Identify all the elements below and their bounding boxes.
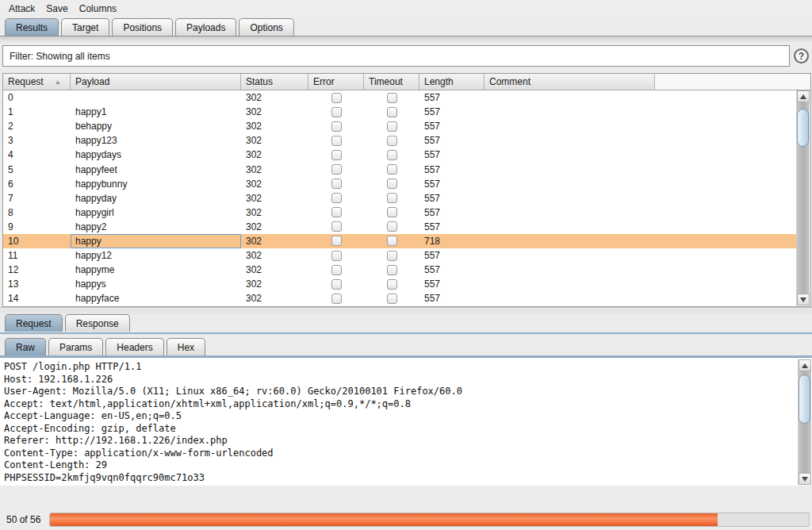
error-checkbox[interactable] xyxy=(331,251,342,261)
timeout-cell xyxy=(364,234,419,248)
timeout-checkbox[interactable] xyxy=(387,236,397,246)
scroll-thumb[interactable] xyxy=(799,374,810,424)
tab-hex[interactable]: Hex xyxy=(167,338,205,355)
error-checkbox[interactable] xyxy=(331,121,342,132)
table-row[interactable]: 9 happy2 302 557 xyxy=(3,220,797,234)
timeout-checkbox[interactable] xyxy=(387,121,397,132)
tab-params[interactable]: Params xyxy=(48,338,103,355)
timeout-checkbox[interactable] xyxy=(387,251,397,261)
request-scrollbar[interactable] xyxy=(798,359,811,485)
column-header-error[interactable]: Error xyxy=(308,74,364,90)
scroll-up-button[interactable] xyxy=(799,359,811,371)
column-header-timeout[interactable]: Timeout xyxy=(364,74,419,90)
tab-request[interactable]: Request xyxy=(5,314,63,332)
tab-options[interactable]: Options xyxy=(239,18,293,36)
payload-cell: happy2 xyxy=(71,220,241,234)
error-checkbox[interactable] xyxy=(331,164,342,175)
table-row[interactable]: 10 happy 302 718 xyxy=(3,234,797,248)
scroll-thumb[interactable] xyxy=(797,109,809,147)
status-cell: 302 xyxy=(241,105,308,119)
error-checkbox[interactable] xyxy=(331,150,342,160)
results-scrollbar[interactable] xyxy=(796,90,810,305)
error-checkbox[interactable] xyxy=(331,107,342,117)
panel-top-edge xyxy=(0,36,812,42)
timeout-checkbox[interactable] xyxy=(387,279,397,290)
tab-raw[interactable]: Raw xyxy=(5,338,46,355)
timeout-checkbox[interactable] xyxy=(387,136,397,146)
table-row[interactable]: 7 happyday 302 557 xyxy=(3,191,797,205)
table-row[interactable]: 11 happy12 302 557 xyxy=(3,248,797,263)
table-row[interactable]: 2 behappy 302 557 xyxy=(3,119,797,133)
length-cell: 557 xyxy=(419,119,485,133)
length-cell: 557 xyxy=(419,291,485,305)
filter-help-icon[interactable]: ? xyxy=(794,48,809,63)
timeout-checkbox[interactable] xyxy=(387,294,397,304)
menu-save[interactable]: Save xyxy=(40,2,73,16)
error-checkbox[interactable] xyxy=(331,93,342,103)
timeout-checkbox[interactable] xyxy=(387,207,397,217)
table-row[interactable]: 3 happy123 302 557 xyxy=(3,133,797,148)
tab-headers[interactable]: Headers xyxy=(105,338,163,355)
timeout-checkbox[interactable] xyxy=(387,221,397,232)
error-checkbox[interactable] xyxy=(331,221,342,232)
timeout-checkbox[interactable] xyxy=(387,164,397,175)
request-line: Accept-Language: en-US,en;q=0.5 xyxy=(4,410,793,423)
timeout-checkbox[interactable] xyxy=(387,265,397,275)
tab-response[interactable]: Response xyxy=(65,314,130,332)
column-header-request[interactable]: Request ▲ xyxy=(3,74,71,90)
timeout-cell xyxy=(364,177,419,191)
column-header-payload[interactable]: Payload xyxy=(71,74,241,90)
comment-cell xyxy=(485,248,655,263)
table-row[interactable]: 12 happyme 302 557 xyxy=(3,263,797,277)
error-checkbox[interactable] xyxy=(331,193,342,203)
timeout-checkbox[interactable] xyxy=(387,150,397,160)
tab-results[interactable]: Results xyxy=(5,18,59,36)
timeout-checkbox[interactable] xyxy=(387,193,397,203)
table-row[interactable]: 0 302 557 xyxy=(3,90,797,105)
tab-payloads[interactable]: Payloads xyxy=(175,18,236,36)
table-row[interactable]: 8 happygirl 302 557 xyxy=(3,205,797,220)
comment-cell xyxy=(485,263,655,277)
request-cell: 3 xyxy=(3,133,71,148)
error-checkbox[interactable] xyxy=(331,136,342,146)
timeout-checkbox[interactable] xyxy=(387,179,397,189)
error-checkbox[interactable] xyxy=(331,236,342,246)
error-checkbox[interactable] xyxy=(331,207,342,217)
column-header-status[interactable]: Status xyxy=(241,74,308,90)
tab-positions[interactable]: Positions xyxy=(112,18,173,36)
comment-cell xyxy=(485,90,655,105)
request-line: Host: 192.168.1.226 xyxy=(4,374,793,386)
timeout-cell xyxy=(364,148,419,162)
scroll-down-button[interactable] xyxy=(799,473,811,485)
status-cell: 302 xyxy=(241,191,308,205)
length-cell: 557 xyxy=(419,220,485,234)
payload-cell: happyfeet xyxy=(71,162,241,176)
filter-bar[interactable]: Filter: Showing all items xyxy=(2,45,790,67)
error-checkbox[interactable] xyxy=(331,279,342,290)
tab-target[interactable]: Target xyxy=(61,18,109,36)
table-row[interactable]: 5 happyfeet 302 557 xyxy=(3,162,797,176)
table-row[interactable]: 14 happyface 302 557 xyxy=(3,291,797,305)
timeout-checkbox[interactable] xyxy=(387,107,397,117)
table-row[interactable]: 4 happydays 302 557 xyxy=(3,148,797,162)
scroll-track[interactable] xyxy=(799,371,811,473)
request-viewer[interactable]: POST /login.php HTTP/1.1Host: 192.168.1.… xyxy=(0,357,812,486)
timeout-checkbox[interactable] xyxy=(387,93,397,103)
error-checkbox[interactable] xyxy=(331,265,342,275)
error-cell xyxy=(308,162,364,176)
scroll-up-button[interactable] xyxy=(797,90,810,102)
section-divider[interactable] xyxy=(0,307,812,314)
table-row[interactable]: 13 happys 302 557 xyxy=(3,277,797,291)
menu-columns[interactable]: Columns xyxy=(74,2,122,16)
column-header-length[interactable]: Length xyxy=(419,74,485,90)
menu-attack[interactable]: Attack xyxy=(3,2,40,16)
sort-asc-icon: ▲ xyxy=(55,79,61,86)
error-checkbox[interactable] xyxy=(331,294,342,304)
error-checkbox[interactable] xyxy=(331,179,342,189)
column-header-comment[interactable]: Comment xyxy=(485,74,655,90)
scroll-down-button[interactable] xyxy=(797,294,810,305)
table-row[interactable]: 6 happybunny 302 557 xyxy=(3,177,797,191)
error-cell xyxy=(308,205,364,220)
scroll-track[interactable] xyxy=(797,102,810,294)
table-row[interactable]: 1 happy1 302 557 xyxy=(3,105,797,119)
